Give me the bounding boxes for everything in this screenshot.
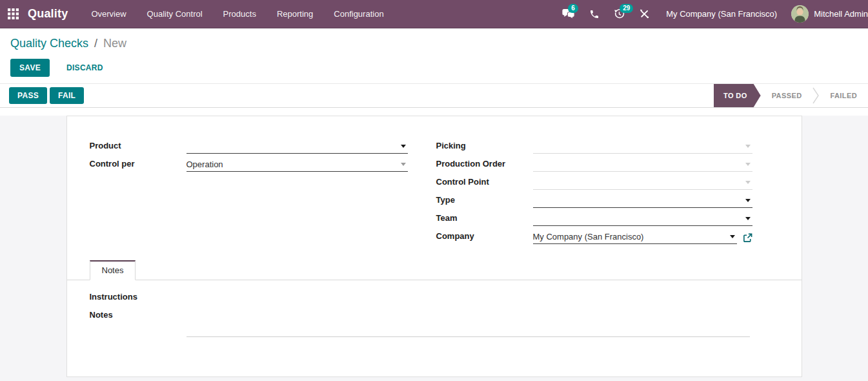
- company-label: Company: [436, 231, 533, 244]
- systray: 6 29: [555, 0, 868, 28]
- messages-menu-button[interactable]: 6: [555, 0, 582, 28]
- production-order-label: Production Order: [436, 159, 533, 172]
- team-label: Team: [436, 213, 533, 226]
- chevron-down-icon[interactable]: [745, 199, 751, 202]
- team-input[interactable]: [533, 212, 752, 226]
- field-row-production-order: Production Order: [436, 154, 752, 172]
- field-row-control-per: Control per Operation: [90, 154, 408, 172]
- form-statusbar: PASS FAIL TO DO PASSED FAILED: [0, 83, 868, 108]
- picking-input: [533, 139, 752, 154]
- notebook-tab-strip: Notes: [67, 260, 802, 280]
- field-row-instructions: Instructions: [90, 292, 802, 310]
- product-label: Product: [90, 141, 187, 154]
- company-value: My Company (San Francisco): [533, 232, 644, 242]
- breadcrumb: Quality Checks / New: [10, 37, 858, 50]
- type-select[interactable]: [533, 194, 752, 208]
- company-input[interactable]: My Company (San Francisco): [533, 230, 737, 244]
- fields-left-column: Product Control per Operation: [90, 136, 408, 172]
- phone-icon: [589, 9, 600, 19]
- chevron-down-icon: [745, 145, 751, 148]
- discard-button[interactable]: DISCARD: [57, 59, 112, 77]
- statusbar-actions: PASS FAIL: [9, 87, 84, 104]
- chevron-down-icon: [745, 163, 751, 166]
- field-row-picking: Picking: [436, 136, 752, 154]
- chevron-down-icon[interactable]: [401, 145, 406, 148]
- notes-tab-page: Instructions Notes: [67, 280, 802, 337]
- state-passed[interactable]: PASSED: [761, 84, 813, 107]
- chevron-down-icon[interactable]: [745, 217, 751, 220]
- picking-label: Picking: [436, 141, 533, 154]
- breadcrumb-current: New: [103, 37, 126, 50]
- chevron-down-icon: [745, 181, 751, 184]
- breadcrumb-quality-checks[interactable]: Quality Checks: [10, 37, 88, 50]
- activities-count-badge: 29: [620, 4, 633, 13]
- field-row-team: Team: [436, 208, 752, 226]
- control-panel: Quality Checks / New SAVE DISCARD: [0, 28, 868, 83]
- nav-item-overview[interactable]: Overview: [81, 0, 136, 28]
- messages-count-badge: 6: [568, 4, 578, 13]
- company-external-link-button[interactable]: [743, 233, 752, 244]
- control-per-select[interactable]: Operation: [187, 158, 408, 172]
- voip-button[interactable]: [582, 0, 607, 28]
- company-switcher[interactable]: My Company (San Francisco): [657, 0, 786, 28]
- field-row-control-point: Control Point: [436, 172, 752, 190]
- product-input[interactable]: [187, 139, 408, 154]
- pass-button[interactable]: PASS: [9, 87, 47, 104]
- notes-textarea[interactable]: [187, 310, 750, 337]
- control-per-value: Operation: [187, 160, 223, 169]
- top-navbar: Quality Overview Quality Control Product…: [0, 0, 868, 28]
- chevron-down-icon[interactable]: [730, 235, 735, 238]
- nav-item-configuration[interactable]: Configuration: [323, 0, 394, 28]
- field-row-company: Company My Company (San Francisco): [436, 226, 752, 244]
- state-separator-chevron-icon: [812, 84, 819, 107]
- control-point-label: Control Point: [436, 177, 533, 190]
- state-failed[interactable]: FAILED: [819, 84, 868, 107]
- state-todo[interactable]: TO DO: [714, 84, 761, 107]
- nav-item-reporting[interactable]: Reporting: [267, 0, 323, 28]
- app-name[interactable]: Quality: [28, 7, 68, 21]
- statusbar-states: TO DO PASSED FAILED: [714, 84, 868, 107]
- breadcrumb-separator: /: [94, 37, 97, 50]
- field-row-notes: Notes: [90, 310, 802, 337]
- control-per-label: Control per: [90, 159, 187, 172]
- tab-notes[interactable]: Notes: [90, 260, 136, 280]
- nav-item-quality-control[interactable]: Quality Control: [137, 0, 213, 28]
- field-grid: Product Control per Operation: [67, 116, 802, 244]
- support-tools-button[interactable]: [632, 0, 657, 28]
- fail-button[interactable]: FAIL: [50, 87, 84, 104]
- form-view-content: Product Control per Operation: [0, 116, 868, 381]
- fields-right-column: Picking Production Order Control Point: [436, 136, 752, 244]
- field-row-type: Type: [436, 190, 752, 208]
- control-panel-buttons: SAVE DISCARD: [10, 59, 858, 77]
- type-label: Type: [436, 195, 533, 208]
- user-avatar: [791, 5, 809, 23]
- tools-icon: [639, 8, 650, 19]
- activities-menu-button[interactable]: 29: [607, 0, 632, 28]
- user-name: Mitchell Admin: [814, 9, 868, 19]
- apps-grid-icon: [8, 8, 19, 19]
- production-order-input: [533, 158, 752, 172]
- field-row-product: Product: [90, 136, 408, 154]
- apps-menu-button[interactable]: [0, 0, 28, 28]
- nav-item-products[interactable]: Products: [213, 0, 267, 28]
- chevron-down-icon[interactable]: [401, 163, 406, 166]
- app-menu: Overview Quality Control Products Report…: [81, 0, 394, 28]
- user-menu[interactable]: Mitchell Admin: [786, 0, 868, 28]
- control-point-input: [533, 176, 752, 190]
- notes-label: Notes: [90, 310, 187, 323]
- form-sheet: Product Control per Operation: [66, 116, 802, 377]
- save-button[interactable]: SAVE: [10, 59, 50, 77]
- company-name: My Company (San Francisco): [666, 9, 777, 19]
- instructions-label: Instructions: [90, 292, 187, 305]
